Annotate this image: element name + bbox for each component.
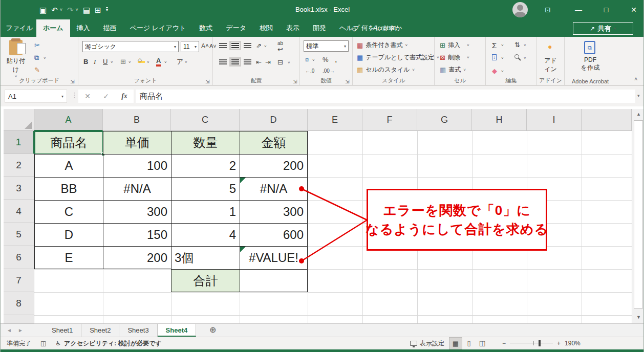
select-all-button[interactable] <box>4 109 34 131</box>
borders-dropdown-icon[interactable]: ˅ <box>128 60 131 64</box>
row-header-7[interactable]: 7 <box>4 269 34 292</box>
orientation-icon[interactable]: ⇗ <box>256 42 262 49</box>
copy-icon[interactable]: ⧉ <box>34 54 39 61</box>
merge-dropdown-icon[interactable]: ˅ <box>288 61 290 65</box>
column-header-B[interactable]: B <box>103 109 171 131</box>
sheet-prev-icon[interactable]: ◄ <box>7 327 12 333</box>
decrease-decimal-icon[interactable]: .00→ <box>323 69 335 74</box>
align-left-icon[interactable] <box>219 59 227 64</box>
font-color-icon[interactable]: A <box>156 57 161 67</box>
zoom-in-icon[interactable]: + <box>557 340 561 347</box>
clear-icon[interactable]: ◆ <box>492 68 497 74</box>
row-header-4[interactable]: 4 <box>4 200 34 223</box>
collapse-ribbon-icon[interactable]: ˄ <box>634 76 637 82</box>
clipboard-dialog-launcher-icon[interactable]: ⇲ <box>70 79 74 84</box>
column-header-E[interactable]: E <box>308 109 362 131</box>
new-sheet-icon[interactable]: ⊕ <box>209 325 216 335</box>
cell-C1[interactable]: 数量 <box>171 131 240 154</box>
addin-button[interactable]: アド イン <box>537 56 564 74</box>
cell-C2[interactable]: 2 <box>171 154 240 177</box>
cell-C5[interactable]: 4 <box>171 223 240 246</box>
font-name-input[interactable]: 游ゴシック ▾ <box>82 41 179 52</box>
scroll-up-icon[interactable]: ▲ <box>632 112 644 117</box>
phonetic-dropdown-icon[interactable]: ˅ <box>185 60 187 64</box>
fill-icon[interactable]: ↓ <box>492 54 497 60</box>
vertical-scrollbar[interactable]: ▲ ▼ <box>632 109 644 323</box>
sheet-tab-Sheet3[interactable]: Sheet3 <box>119 324 157 337</box>
ribbon-display-options-icon[interactable]: ⊡ <box>539 0 556 19</box>
font-size-input[interactable]: 11 ▾ <box>181 41 199 52</box>
cell-C6[interactable]: 3個 <box>171 246 240 269</box>
align-bottom-icon[interactable] <box>244 43 251 48</box>
increase-font-icon[interactable]: A˄ <box>201 43 209 49</box>
conditional-formatting-button[interactable]: ▦ 条件付き書式 ˅ <box>357 41 407 50</box>
format-as-table-button[interactable]: ▦ テーブルとして書式設定 ˅ <box>357 53 439 62</box>
underline-button[interactable]: U <box>103 58 108 65</box>
merge-center-icon[interactable]: ⊟ <box>277 59 283 65</box>
italic-button[interactable]: I <box>94 58 96 65</box>
ribbon-tab-挿入[interactable]: 挿入 <box>70 19 97 37</box>
comma-icon[interactable]: , <box>335 55 337 63</box>
page-layout-view-icon[interactable]: ▯ <box>462 337 476 349</box>
cell-C4[interactable]: 1 <box>171 200 240 223</box>
column-header-A[interactable]: A <box>34 109 103 131</box>
ribbon-tab-開発[interactable]: 開発 <box>306 19 333 37</box>
column-header-partial[interactable] <box>582 109 632 131</box>
font-color-dropdown-icon[interactable]: ˅ <box>164 60 167 64</box>
sort-filter-dropdown-icon[interactable]: ˅ <box>524 43 526 48</box>
align-top-icon[interactable] <box>219 43 227 48</box>
decrease-indent-icon[interactable]: ⇤ <box>256 59 262 65</box>
increase-indent-icon[interactable]: ⇥ <box>265 59 271 65</box>
cell-A6[interactable]: E <box>34 246 103 269</box>
column-header-D[interactable]: D <box>240 109 308 131</box>
row-header-5[interactable]: 5 <box>4 223 34 246</box>
cell-B2[interactable]: 100 <box>103 154 171 177</box>
macro-record-icon[interactable]: ◫ <box>40 340 46 347</box>
fill-color-dropdown-icon[interactable]: ˅ <box>147 60 149 64</box>
cut-icon[interactable]: ✂ <box>34 42 40 49</box>
name-box[interactable]: A1 ▾ <box>5 90 67 103</box>
borders-icon[interactable]: ⊞ <box>120 58 126 65</box>
account-avatar[interactable] <box>512 2 528 17</box>
align-middle-icon[interactable] <box>231 43 239 48</box>
align-center-icon[interactable] <box>231 59 239 64</box>
row-header-8[interactable]: 8 <box>4 292 34 315</box>
zoom-percentage[interactable]: 190% <box>565 340 581 347</box>
accessibility-status[interactable]: ♿ アクセシビリティ: 検討が必要です <box>55 339 161 348</box>
orientation-dropdown-icon[interactable]: ˅ <box>264 45 267 49</box>
clear-dropdown-icon[interactable]: ˅ <box>501 70 504 74</box>
ribbon-tab-校閲[interactable]: 校閲 <box>253 19 280 37</box>
row-header-partial[interactable] <box>4 315 34 323</box>
cell-D6[interactable]: #VALUE! <box>240 246 308 269</box>
format-painter-icon[interactable]: ✎ <box>34 67 40 73</box>
column-header-H[interactable]: H <box>472 109 527 131</box>
formula-bar-grip[interactable]: ⋮ <box>71 91 77 99</box>
enter-icon[interactable]: ✓ <box>103 92 109 100</box>
maximize-icon[interactable]: □ <box>597 0 615 19</box>
zoom-out-icon[interactable]: − <box>502 340 506 347</box>
column-header-C[interactable]: C <box>171 109 240 131</box>
cell-B4[interactable]: 300 <box>103 200 171 223</box>
cell-B6[interactable]: 200 <box>103 246 171 269</box>
scroll-down-icon[interactable]: ▼ <box>632 315 644 320</box>
format-cells-button[interactable]: ▦ 書式 ˅ <box>440 65 466 74</box>
cell-A2[interactable]: A <box>34 154 103 177</box>
sheet-next-icon[interactable]: ► <box>18 327 23 333</box>
currency-dropdown-icon[interactable]: ˅ <box>312 58 315 62</box>
copy-dropdown-icon[interactable]: ˅ <box>44 56 46 60</box>
align-right-icon[interactable] <box>244 59 251 64</box>
create-pdf-button[interactable]: PDF を作成 <box>565 56 616 72</box>
ribbon-tab-描画[interactable]: 描画 <box>97 19 123 37</box>
cell-D4[interactable]: 300 <box>240 200 308 223</box>
tell-me-box[interactable]: ☼ 何をしますか <box>351 19 402 37</box>
autosum-icon[interactable]: Σ <box>492 41 497 49</box>
sort-filter-icon[interactable]: ⇅ <box>514 41 520 48</box>
column-header-F[interactable]: F <box>362 109 417 131</box>
row-header-2[interactable]: 2 <box>4 154 34 177</box>
cell-A3[interactable]: BB <box>34 177 103 200</box>
cell-C3[interactable]: 5 <box>171 177 240 200</box>
cell-B5[interactable]: 150 <box>103 223 171 246</box>
sheet-tab-Sheet1[interactable]: Sheet1 <box>44 324 81 337</box>
cell-D7[interactable] <box>240 269 308 292</box>
number-format-select[interactable]: 標準 ▾ <box>304 40 349 52</box>
